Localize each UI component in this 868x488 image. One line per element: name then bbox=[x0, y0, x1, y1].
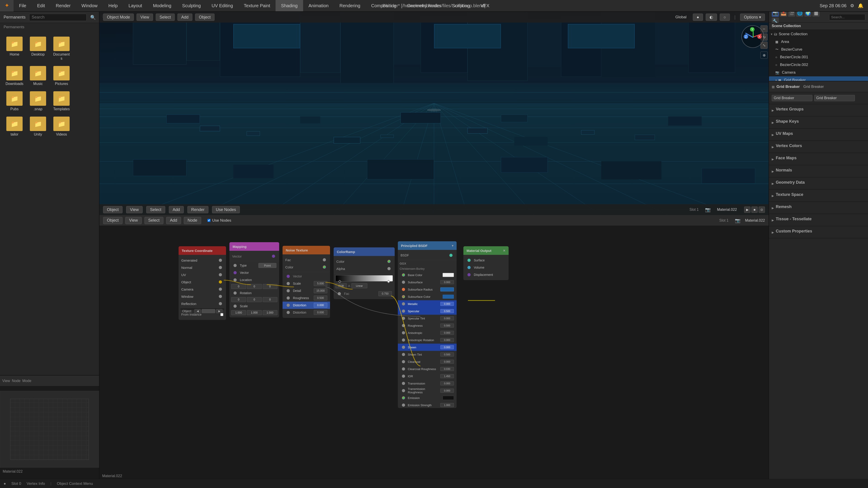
colorramp-fac-input[interactable]: 0.750 bbox=[378, 291, 392, 296]
footer-btn1[interactable]: ▶ bbox=[744, 206, 750, 213]
emission-strength-input[interactable]: 1.000 bbox=[440, 403, 454, 407]
roughness-input[interactable]: 0.500 bbox=[440, 324, 454, 328]
custom-props-header[interactable]: ▸ Custom Properties bbox=[772, 229, 865, 235]
shading-material-btn[interactable]: ◐ bbox=[706, 13, 717, 21]
outliner-item-camera[interactable]: 📷 Camera bbox=[769, 69, 868, 76]
node-noise-texture[interactable]: Noise Texture Fac Color Vector bbox=[283, 246, 330, 318]
mesh-name-input[interactable]: Grid Breaker bbox=[772, 95, 812, 101]
outliner-search[interactable] bbox=[829, 14, 865, 20]
footer-btn2[interactable]: ■ bbox=[751, 206, 758, 213]
object-mode-btn[interactable]: Object Mode bbox=[103, 13, 134, 21]
menu-render[interactable]: Render bbox=[51, 0, 76, 11]
node-canvas[interactable]: Texture Coordinate Generated Normal UV O… bbox=[99, 226, 769, 479]
prop-icon-object[interactable]: ▦ bbox=[812, 12, 819, 17]
outliner-item-beziercircle001[interactable]: ○ BezierCircle.001 bbox=[769, 53, 868, 61]
menu-sculpting[interactable]: Sculpting bbox=[177, 0, 206, 11]
prop-icon-render[interactable]: 📷 bbox=[772, 12, 779, 17]
colorramp-linear-btn[interactable]: Linear bbox=[351, 283, 367, 288]
menu-window[interactable]: Window bbox=[76, 0, 103, 11]
transmission-input[interactable]: 0.000 bbox=[440, 381, 454, 385]
node-texture-coordinate[interactable]: Texture Coordinate Generated Normal UV O… bbox=[179, 246, 226, 320]
ior-input[interactable]: 1.450 bbox=[440, 374, 454, 378]
specular-input[interactable]: 0.500 bbox=[440, 309, 454, 313]
mapping-sx-input[interactable]: 1.000 bbox=[231, 310, 246, 315]
object-btn[interactable]: Object bbox=[195, 13, 215, 21]
shading-solid-btn[interactable]: ● bbox=[693, 13, 703, 21]
spectint-input[interactable]: 0.000 bbox=[440, 316, 454, 320]
emission-swatch[interactable] bbox=[442, 396, 454, 400]
base-color-swatch[interactable] bbox=[442, 273, 454, 277]
tissue-header[interactable]: ▸ Tissue - Tessellate bbox=[772, 217, 865, 223]
colorramp-stop-left[interactable] bbox=[338, 280, 341, 283]
settings-icon[interactable]: ⚙ bbox=[850, 3, 854, 8]
node-colorramp[interactable]: ColorRamp Color Alpha bbox=[334, 248, 395, 299]
vertex-colors-header[interactable]: ▸ Vertex Colors bbox=[772, 143, 865, 150]
sheen-input[interactable]: 0.000 bbox=[440, 345, 454, 349]
remesh-header[interactable]: ▸ Remesh bbox=[772, 204, 865, 211]
footer-btn3[interactable]: ⊙ bbox=[758, 206, 765, 213]
menu-uv[interactable]: UV Editing bbox=[206, 0, 239, 11]
file-item-home[interactable]: Home bbox=[4, 35, 25, 62]
file-item-downloads[interactable]: Downloads bbox=[4, 64, 25, 88]
vertex-groups-header[interactable]: ▸ Vertex Groups bbox=[772, 107, 865, 113]
texture-space-header[interactable]: ▸ Texture Space bbox=[772, 192, 865, 199]
outliner-item-beziercircle002[interactable]: ○ BezierCircle.002 bbox=[769, 61, 868, 69]
mapping-rz-input[interactable]: 0 bbox=[263, 297, 277, 302]
node-material-output[interactable]: Material Output ✕ Surface Volume Displac… bbox=[463, 246, 508, 280]
sheen-tint-input[interactable]: 0.500 bbox=[440, 352, 454, 357]
outliner-item-beziercurve[interactable]: 〜 BezierCurve bbox=[769, 46, 868, 53]
mapping-y-input[interactable]: 0 bbox=[247, 284, 261, 289]
node-select-btn[interactable]: Select bbox=[145, 217, 163, 224]
geometry-data-header[interactable]: ▸ Geometry Data bbox=[772, 180, 865, 187]
menu-texture[interactable]: Texture Paint bbox=[239, 0, 276, 11]
viewport[interactable]: Object Mode View Select Add Object Globa… bbox=[99, 12, 769, 215]
shading-render-btn[interactable]: ○ bbox=[720, 13, 730, 21]
colorramp-stop-right[interactable] bbox=[387, 280, 390, 283]
viewport-3d-scene[interactable]: User Perspective (0) Collection > Grid B… bbox=[99, 12, 769, 215]
colorramp-gradient[interactable] bbox=[336, 275, 393, 282]
node-add-btn[interactable]: Add bbox=[166, 217, 181, 224]
file-item-pubs[interactable]: Pubs bbox=[4, 90, 25, 113]
node-mapping[interactable]: Mapping Vector Type Point Vector bbox=[229, 242, 279, 318]
file-item-tailor[interactable]: tailor bbox=[4, 115, 25, 138]
file-item-videos[interactable]: Videos bbox=[51, 115, 72, 138]
prop-icon-world[interactable]: 🌍 bbox=[804, 12, 811, 17]
outliner-scene-collection[interactable]: ▾ 🗂 Scene Collection bbox=[769, 30, 868, 38]
mapping-rx-input[interactable]: 0 bbox=[231, 297, 246, 302]
shape-keys-header[interactable]: ▸ Shape Keys bbox=[772, 119, 865, 126]
viewport-gizmo[interactable]: X Y Z bbox=[741, 25, 764, 48]
noise-dist2-input[interactable]: 0.000 bbox=[314, 310, 327, 315]
node-principled-bsdf[interactable]: Principled BSDF ▾ BSDF GGX Christensen-B… bbox=[398, 241, 457, 408]
menu-modeling[interactable]: Modeling bbox=[148, 0, 177, 11]
footer-use-nodes-btn[interactable]: Use Nodes bbox=[212, 206, 240, 213]
file-item-snap[interactable]: .snap bbox=[27, 90, 49, 113]
prop-icon-scene[interactable]: 🌐 bbox=[796, 12, 803, 17]
minimize-icon[interactable]: 🔔 bbox=[858, 3, 864, 8]
options-btn[interactable]: Options ▾ bbox=[740, 13, 765, 21]
footer-select-btn[interactable]: Select bbox=[146, 206, 165, 213]
node-node-btn[interactable]: Node bbox=[184, 217, 201, 224]
metallic-input[interactable]: 0.000 bbox=[440, 302, 454, 306]
file-item-pictures[interactable]: Pictures bbox=[51, 64, 72, 88]
aniso-rot-input[interactable]: 0.000 bbox=[440, 338, 454, 342]
trans-rough-input[interactable]: 0.000 bbox=[440, 389, 454, 393]
file-item-documents[interactable]: Documents bbox=[51, 35, 72, 62]
outliner-item-area[interactable]: ▦ Area bbox=[769, 38, 868, 46]
prop-icon-output[interactable]: 📤 bbox=[780, 12, 787, 17]
clearcoat-rough-input[interactable]: 0.030 bbox=[440, 367, 454, 371]
footer-add-btn[interactable]: Add bbox=[169, 206, 184, 213]
tc-from-instance-cb[interactable] bbox=[220, 313, 223, 316]
noise-scale-input[interactable]: 5.000 bbox=[314, 281, 327, 286]
toolbar-cursor[interactable]: ⊕ bbox=[761, 52, 768, 59]
uv-maps-header[interactable]: ▸ UV Maps bbox=[772, 131, 865, 138]
menu-edit[interactable]: Edit bbox=[32, 0, 50, 11]
footer-render-btn[interactable]: Render bbox=[187, 206, 209, 213]
search-input[interactable] bbox=[29, 14, 87, 21]
node-view-btn[interactable]: View bbox=[125, 217, 142, 224]
use-nodes-checkbox[interactable] bbox=[208, 219, 211, 222]
face-maps-header[interactable]: ▸ Face Maps bbox=[772, 156, 865, 162]
view-btn[interactable]: View bbox=[136, 13, 153, 21]
select-btn[interactable]: Select bbox=[156, 13, 175, 21]
mapping-z-input[interactable]: 0 bbox=[263, 284, 277, 289]
mapping-sy-input[interactable]: 1.000 bbox=[247, 310, 261, 315]
